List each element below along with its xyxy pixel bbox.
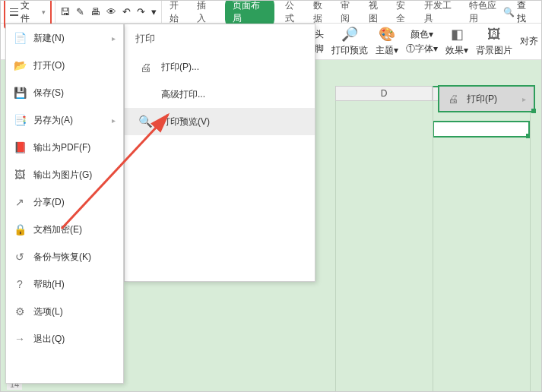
tab-devtools[interactable]: 开发工具: [424, 0, 458, 25]
submenu-header: 打印: [125, 24, 315, 53]
menu-new[interactable]: 📄新建(N)▸: [6, 24, 123, 52]
more-icon[interactable]: ▾: [151, 6, 157, 17]
save-as-icon: 📑: [14, 114, 26, 126]
dropdown-icon: ▾: [42, 8, 46, 16]
grid-line: [433, 101, 433, 391]
ribbon-theme[interactable]: 🎨主题▾: [376, 26, 398, 57]
exit-icon: →: [14, 333, 26, 345]
new-icon: 📄: [14, 32, 26, 44]
search-button[interactable]: 🔍 查找: [503, 0, 538, 25]
print-icon[interactable]: 🖶: [90, 6, 100, 17]
open-icon: 📂: [14, 59, 26, 71]
grid-line: [335, 101, 336, 391]
pdf-icon: 📕: [14, 141, 26, 153]
grid-line: [530, 101, 531, 391]
chevron-right-icon: ▸: [112, 34, 116, 43]
column-header-d[interactable]: D: [335, 86, 433, 101]
save-as-icon[interactable]: ✎: [76, 6, 84, 17]
preview-icon: 🔍: [138, 115, 152, 128]
tab-start[interactable]: 开始: [170, 0, 187, 25]
print-submenu: 打印 🖨打印(P)... 高级打印... 🔍打印预览(V): [124, 24, 315, 282]
ribbon-tabs: 开始 插入 页面布局 公式 数据 审阅 视图 安全 开发工具 特色应用: [162, 1, 503, 23]
theme-icon: 🎨: [379, 26, 395, 43]
ribbon-colors-fonts[interactable]: 颜色▾①字体▾: [406, 28, 438, 55]
image-icon: 🖼: [487, 27, 501, 43]
ribbon-align[interactable]: 对齐: [520, 35, 538, 48]
tab-insert[interactable]: 插入: [197, 0, 214, 25]
preview-icon[interactable]: 👁: [106, 6, 116, 17]
menu-save[interactable]: 💾保存(S): [6, 79, 123, 106]
menu-save-as[interactable]: 📑另存为(A)▸: [6, 106, 123, 134]
print-icon: 🖨: [447, 93, 459, 105]
effects-icon: ◧: [451, 26, 464, 43]
search-icon: 🔍: [503, 7, 515, 17]
gear-icon: ⚙: [14, 305, 26, 318]
lock-icon: 🔒: [14, 223, 26, 236]
print-icon: 🖨: [138, 61, 152, 74]
image-icon: 🖼: [14, 169, 26, 181]
tab-security[interactable]: 安全: [396, 0, 414, 25]
selected-cell[interactable]: [433, 121, 530, 138]
submenu-advanced-print[interactable]: 高级打印...: [125, 81, 315, 108]
menu-export-image[interactable]: 🖼输出为图片(G): [6, 161, 123, 188]
help-icon: ?: [14, 278, 26, 290]
ribbon-print-preview[interactable]: 🔎打印预览: [331, 26, 368, 57]
hamburger-icon: [10, 8, 18, 16]
share-icon: ↗: [14, 196, 26, 208]
search-label: 查找: [517, 0, 534, 25]
save-icon: 💾: [14, 87, 26, 99]
tab-view[interactable]: 视图: [369, 0, 386, 25]
file-menu: 📄新建(N)▸ 📂打开(O) 💾保存(S) 📑另存为(A)▸ 📕输出为PDF(F…: [5, 24, 124, 384]
backup-icon: ↺: [14, 251, 26, 263]
ribbon-background[interactable]: 🖼背景图片: [476, 27, 512, 57]
redo-icon[interactable]: ↷: [137, 6, 145, 17]
save-icon[interactable]: 🖫: [60, 6, 70, 17]
menu-print[interactable]: 🖨打印(P)▸: [438, 85, 535, 112]
menu-backup[interactable]: ↺备份与恢复(K): [6, 243, 123, 270]
menu-options[interactable]: ⚙选项(L): [6, 298, 123, 325]
menu-export-pdf[interactable]: 📕输出为PDF(F): [6, 134, 123, 161]
submenu-print-preview[interactable]: 🔍打印预览(V): [125, 108, 315, 135]
chevron-right-icon: ▸: [522, 95, 526, 103]
quick-access-toolbar: 🖫 ✎ 🖶 👁 ↶ ↷ ▾: [55, 1, 162, 23]
file-label: 文件: [21, 0, 38, 25]
submenu-print[interactable]: 🖨打印(P)...: [125, 53, 315, 81]
undo-icon[interactable]: ↶: [122, 6, 131, 17]
menu-help[interactable]: ?帮助(H): [6, 270, 123, 298]
tab-formula[interactable]: 公式: [285, 0, 303, 25]
menu-encrypt[interactable]: 🔒文档加密(E): [6, 216, 123, 243]
ribbon-effects[interactable]: ◧效果▾: [445, 26, 468, 57]
menu-share[interactable]: ↗分享(D): [6, 188, 123, 216]
tab-data[interactable]: 数据: [313, 0, 331, 25]
preview-icon: 🔎: [341, 26, 358, 43]
chevron-right-icon: ▸: [112, 116, 116, 125]
menu-exit[interactable]: →退出(Q): [6, 325, 123, 352]
menu-open[interactable]: 📂打开(O): [6, 52, 123, 79]
tab-special[interactable]: 特色应用: [469, 0, 503, 25]
toolbar: 文件 ▾ 🖫 ✎ 🖶 👁 ↶ ↷ ▾ 开始 插入 页面布局 公式 数据 审阅 视…: [1, 1, 541, 24]
tab-review[interactable]: 审阅: [341, 0, 358, 25]
